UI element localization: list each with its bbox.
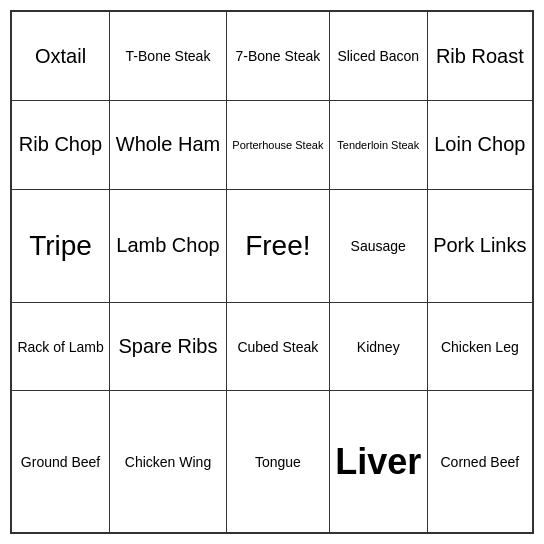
cell-label: 7-Bone Steak: [231, 16, 325, 96]
bingo-cell: Whole Ham: [110, 101, 227, 189]
bingo-card: OxtailT-Bone Steak7-Bone SteakSliced Bac…: [10, 10, 534, 534]
bingo-cell: Rack of Lamb: [11, 302, 110, 390]
bingo-cell: Loin Chop: [427, 101, 533, 189]
cell-label: Oxtail: [16, 16, 105, 96]
bingo-cell: Chicken Leg: [427, 302, 533, 390]
bingo-cell: Rib Chop: [11, 101, 110, 189]
cell-label: Kidney: [334, 307, 423, 386]
cell-label: Chicken Wing: [114, 395, 222, 528]
bingo-cell: Cubed Steak: [226, 302, 329, 390]
cell-label: Corned Beef: [432, 395, 528, 528]
cell-label: Loin Chop: [432, 105, 528, 184]
bingo-cell: Sausage: [329, 189, 427, 302]
cell-label: Spare Ribs: [114, 307, 222, 386]
cell-label: Cubed Steak: [231, 307, 325, 386]
bingo-cell: Rib Roast: [427, 11, 533, 101]
cell-label: Liver: [334, 395, 423, 528]
cell-label: Tripe: [16, 194, 105, 298]
cell-label: Rack of Lamb: [16, 307, 105, 386]
cell-label: Pork Links: [432, 194, 528, 298]
cell-label: Free!: [231, 194, 325, 298]
bingo-cell: Corned Beef: [427, 391, 533, 533]
bingo-cell: Tripe: [11, 189, 110, 302]
bingo-cell: Lamb Chop: [110, 189, 227, 302]
bingo-cell: Porterhouse Steak: [226, 101, 329, 189]
bingo-cell: Chicken Wing: [110, 391, 227, 533]
bingo-cell: 7-Bone Steak: [226, 11, 329, 101]
cell-label: Rib Chop: [16, 105, 105, 184]
bingo-cell: Pork Links: [427, 189, 533, 302]
cell-label: Whole Ham: [114, 105, 222, 184]
cell-label: T-Bone Steak: [114, 16, 222, 96]
cell-label: Sliced Bacon: [334, 16, 423, 96]
cell-label: Sausage: [334, 194, 423, 298]
bingo-cell: Liver: [329, 391, 427, 533]
cell-label: Porterhouse Steak: [231, 105, 325, 184]
cell-label: Rib Roast: [432, 16, 528, 96]
cell-label: Tenderloin Steak: [334, 105, 423, 184]
cell-label: Tongue: [231, 395, 325, 528]
bingo-cell: Kidney: [329, 302, 427, 390]
bingo-cell: Spare Ribs: [110, 302, 227, 390]
bingo-cell: Sliced Bacon: [329, 11, 427, 101]
bingo-cell: Ground Beef: [11, 391, 110, 533]
bingo-cell: Free!: [226, 189, 329, 302]
bingo-cell: Tongue: [226, 391, 329, 533]
bingo-cell: T-Bone Steak: [110, 11, 227, 101]
cell-label: Lamb Chop: [114, 194, 222, 298]
cell-label: Chicken Leg: [432, 307, 528, 386]
cell-label: Ground Beef: [16, 395, 105, 528]
bingo-cell: Oxtail: [11, 11, 110, 101]
bingo-cell: Tenderloin Steak: [329, 101, 427, 189]
